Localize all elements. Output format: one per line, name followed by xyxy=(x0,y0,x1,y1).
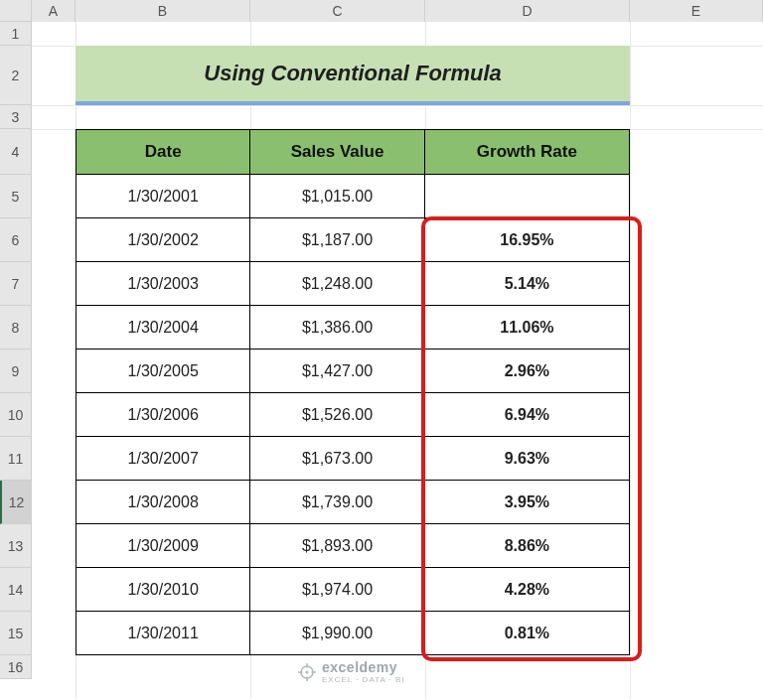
table-row: 1/30/2011 $1,990.00 0.81% xyxy=(76,612,630,655)
col-header-B[interactable]: B xyxy=(76,0,250,22)
cell-sales[interactable]: $1,526.00 xyxy=(250,393,424,436)
cell-sales[interactable]: $1,386.00 xyxy=(250,306,424,349)
cell-growth[interactable]: 8.86% xyxy=(425,524,629,567)
gridline xyxy=(630,22,631,699)
table-row: 1/30/2002 $1,187.00 16.95% xyxy=(76,218,630,262)
cell-growth[interactable]: 11.06% xyxy=(425,306,629,349)
row-header-9[interactable]: 9 xyxy=(0,350,32,393)
cell-growth[interactable] xyxy=(425,175,629,217)
spreadsheet: A B C D E 1 2 3 4 5 6 7 8 9 10 11 12 13 … xyxy=(0,0,763,700)
cell-growth[interactable]: 16.95% xyxy=(425,218,629,261)
cell-date[interactable]: 1/30/2002 xyxy=(76,218,250,261)
cell-growth[interactable]: 5.14% xyxy=(425,262,629,305)
col-header-A[interactable]: A xyxy=(32,0,76,22)
table-header-row: Date Sales Value Growth Rate xyxy=(76,129,630,175)
cell-sales[interactable]: $1,990.00 xyxy=(250,612,424,654)
cell-date[interactable]: 1/30/2007 xyxy=(76,437,250,480)
cell-growth[interactable]: 3.95% xyxy=(425,481,629,523)
table-row: 1/30/2009 $1,893.00 8.86% xyxy=(76,524,630,568)
table-row: 1/30/2006 $1,526.00 6.94% xyxy=(76,393,630,437)
row-header-16[interactable]: 16 xyxy=(0,655,32,679)
row-header-8[interactable]: 8 xyxy=(0,306,32,350)
row-header-11[interactable]: 11 xyxy=(0,437,32,481)
row-header-6[interactable]: 6 xyxy=(0,218,32,262)
cell-date[interactable]: 1/30/2008 xyxy=(76,481,250,523)
cell-date[interactable]: 1/30/2003 xyxy=(76,262,250,305)
cell-sales[interactable]: $1,427.00 xyxy=(250,350,424,392)
data-table: Date Sales Value Growth Rate 1/30/2001 $… xyxy=(76,129,630,655)
column-headers: A B C D E xyxy=(0,0,763,22)
row-header-14[interactable]: 14 xyxy=(0,568,32,612)
th-date[interactable]: Date xyxy=(76,130,250,174)
col-header-C[interactable]: C xyxy=(250,0,425,22)
row-header-1[interactable]: 1 xyxy=(0,22,32,46)
cell-sales[interactable]: $1,739.00 xyxy=(250,481,424,523)
row-header-10[interactable]: 10 xyxy=(0,393,32,437)
cell-date[interactable]: 1/30/2009 xyxy=(76,524,250,567)
svg-point-1 xyxy=(306,670,309,673)
row-header-2[interactable]: 2 xyxy=(0,46,32,105)
table-row: 1/30/2004 $1,386.00 11.06% xyxy=(76,306,630,350)
watermark-name: exceldemy xyxy=(322,659,397,675)
th-sales[interactable]: Sales Value xyxy=(250,130,424,174)
col-header-E[interactable]: E xyxy=(630,0,763,22)
cell-date[interactable]: 1/30/2011 xyxy=(76,612,250,654)
cell-growth[interactable]: 2.96% xyxy=(425,350,629,392)
watermark: exceldemy EXCEL · DATA · BI xyxy=(298,659,405,684)
col-header-D[interactable]: D xyxy=(425,0,630,22)
table-row: 1/30/2008 $1,739.00 3.95% xyxy=(76,481,630,524)
sheet-content: Using Conventional Formula Date Sales Va… xyxy=(76,22,630,655)
row-header-15[interactable]: 15 xyxy=(0,612,32,655)
row-header-13[interactable]: 13 xyxy=(0,524,32,568)
table-row: 1/30/2003 $1,248.00 5.14% xyxy=(76,262,630,306)
row-header-4[interactable]: 4 xyxy=(0,129,32,175)
th-growth[interactable]: Growth Rate xyxy=(425,130,629,174)
watermark-tagline: EXCEL · DATA · BI xyxy=(322,675,405,684)
table-row: 1/30/2007 $1,673.00 9.63% xyxy=(76,437,630,481)
cell-date[interactable]: 1/30/2010 xyxy=(76,568,250,611)
watermark-text: exceldemy EXCEL · DATA · BI xyxy=(322,659,405,684)
row-header-3[interactable]: 3 xyxy=(0,105,32,129)
table-row: 1/30/2005 $1,427.00 2.96% xyxy=(76,350,630,393)
cell-date[interactable]: 1/30/2006 xyxy=(76,393,250,436)
cell-date[interactable]: 1/30/2004 xyxy=(76,306,250,349)
cell-growth[interactable]: 0.81% xyxy=(425,612,629,654)
cell-date[interactable]: 1/30/2001 xyxy=(76,175,250,217)
table-row: 1/30/2010 $1,974.00 4.28% xyxy=(76,568,630,612)
title-underline xyxy=(76,101,630,105)
row-headers: 1 2 3 4 5 6 7 8 9 10 11 12 13 14 15 16 xyxy=(0,22,32,679)
cell-sales[interactable]: $1,974.00 xyxy=(250,568,424,611)
cell-sales[interactable]: $1,187.00 xyxy=(250,218,424,261)
select-all-corner[interactable] xyxy=(0,0,32,22)
cell-sales[interactable]: $1,015.00 xyxy=(250,175,424,217)
cell-sales[interactable]: $1,673.00 xyxy=(250,437,424,480)
row-header-12[interactable]: 12 xyxy=(0,481,32,524)
cell-growth[interactable]: 9.63% xyxy=(425,437,629,480)
crosshair-icon xyxy=(298,663,316,681)
cell-date[interactable]: 1/30/2005 xyxy=(76,350,250,392)
cell-sales[interactable]: $1,893.00 xyxy=(250,524,424,567)
cell-growth[interactable]: 6.94% xyxy=(425,393,629,436)
row-header-5[interactable]: 5 xyxy=(0,175,32,218)
table-row: 1/30/2001 $1,015.00 xyxy=(76,175,630,218)
cell-sales[interactable]: $1,248.00 xyxy=(250,262,424,305)
cell-growth[interactable]: 4.28% xyxy=(425,568,629,611)
page-title[interactable]: Using Conventional Formula xyxy=(76,46,630,101)
row-header-7[interactable]: 7 xyxy=(0,262,32,306)
